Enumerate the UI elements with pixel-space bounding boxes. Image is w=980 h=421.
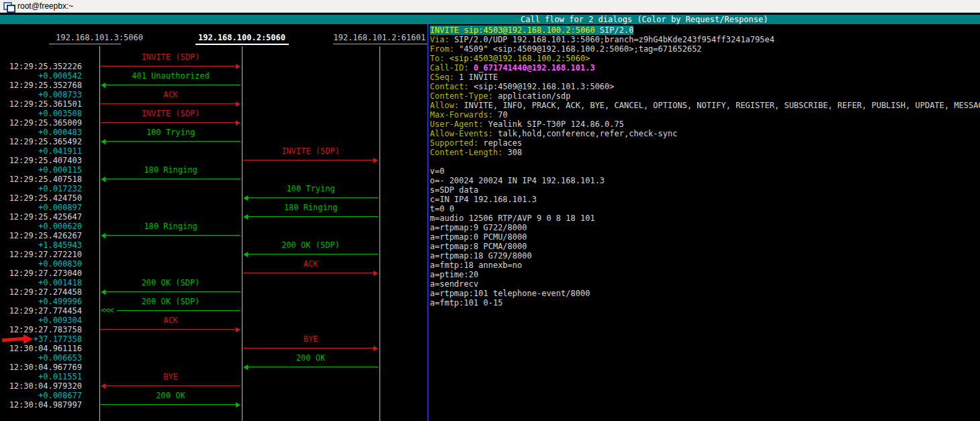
sip-line: t=0 0: [430, 204, 454, 214]
retransmission-marker: <<<: [101, 306, 114, 315]
flow-message-arrow: [243, 269, 378, 278]
flow-message-arrow: [243, 193, 378, 203]
sip-line: Contact: <sip:4509@192.168.101.3:5060>: [430, 82, 615, 91]
arrowhead-icon: [101, 383, 105, 389]
time-delta: +0.000620: [0, 222, 82, 231]
flow-message-label[interactable]: BYE: [243, 334, 378, 344]
message-timestamp: 12:29:27.273040: [0, 269, 82, 278]
sip-line: User-Agent: Yealink SIP-T30P 124.86.0.75: [430, 120, 624, 129]
flow-message-label[interactable]: 200 OK (SDP): [101, 297, 240, 306]
sip-line: Supported: replaces: [430, 138, 522, 148]
flow-message-label[interactable]: ACK: [101, 90, 240, 99]
flow-message-label[interactable]: INVITE (SDP): [101, 109, 240, 118]
flow-message-label[interactable]: INVITE (SDP): [243, 146, 378, 156]
sip-line: Allow: INVITE, INFO, PRACK, ACK, BYE, CA…: [430, 101, 980, 110]
terminal-screen[interactable]: Call flow for 2 dialogs (Color by Reques…: [0, 13, 980, 421]
flow-message-label[interactable]: ACK: [101, 316, 240, 325]
message-timestamp: 12:29:25.407518: [0, 175, 82, 184]
sip-line: a=rtpmap:18 G729/8000: [430, 251, 532, 261]
flow-message-label[interactable]: INVITE (SDP): [101, 52, 240, 62]
time-delta: +0.000830: [0, 259, 82, 269]
flow-message-label[interactable]: 180 Ringing: [243, 203, 378, 212]
flow-message-arrow: [243, 156, 378, 165]
sip-line: m=audio 12506 RTP/AVP 9 0 8 18 101: [430, 214, 595, 223]
arrowhead-icon: [236, 327, 240, 332]
arrowhead-icon: [101, 289, 105, 295]
sip-line: c=IN IP4 192.168.101.3: [430, 195, 537, 204]
flow-message-label[interactable]: 200 OK: [243, 353, 378, 363]
column-underline-1: [49, 44, 121, 44]
time-delta: +0.041911: [0, 146, 82, 156]
time-delta: +0.003508: [0, 109, 82, 118]
sip-line: a=fmtp:18 annexb=no: [430, 261, 522, 270]
message-timestamp: 12:29:25.407403: [0, 156, 82, 165]
message-timestamp: 12:29:25.352226: [0, 62, 82, 71]
time-delta: +0.000115: [0, 165, 82, 175]
flow-message-label[interactable]: 180 Ringing: [101, 165, 240, 175]
message-timestamp: 12:29:25.365492: [0, 137, 82, 146]
flow-message-label[interactable]: 100 Trying: [243, 184, 378, 193]
message-timestamp: 12:29:25.424750: [0, 193, 82, 203]
putty-icon: [3, 2, 13, 11]
time-delta: +0.000897: [0, 203, 82, 212]
message-timestamp: 12:29:25.365009: [0, 118, 82, 128]
message-timestamp: 12:29:27.274458: [0, 287, 82, 297]
flow-message-label[interactable]: 200 OK (SDP): [243, 240, 378, 250]
flow-message-label[interactable]: BYE: [101, 372, 240, 381]
column-address-2: 192.168.100.2:5060: [198, 33, 285, 42]
flow-message-label[interactable]: ACK: [243, 259, 378, 269]
flow-message-label[interactable]: 401 Unauthorized: [101, 71, 240, 81]
sip-line: Max-Forwards: 70: [430, 110, 508, 120]
sip-line: a=rtpmap:8 PCMA/8000: [430, 242, 527, 251]
column-underline-2: [195, 44, 289, 45]
flow-message-label[interactable]: 200 OK: [101, 391, 240, 400]
arrowhead-icon: [236, 120, 240, 126]
message-timestamp: 12:29:25.426267: [0, 231, 82, 240]
sip-request-line: INVITE sip:4503@192.168.100.2:5060 SIP/2…: [430, 26, 633, 35]
flow-message-label[interactable]: 200 OK (SDP): [101, 278, 240, 287]
flow-message-arrow: [101, 400, 240, 410]
flow-message-label[interactable]: 180 Ringing: [101, 222, 240, 231]
sip-line: v=0: [430, 167, 445, 176]
message-timestamp: 12:29:27.774454: [0, 306, 82, 316]
column-lifeline-2: [242, 46, 242, 421]
flow-message-arrow: [101, 62, 240, 71]
message-timestamp: 12:30:04.979320: [0, 381, 82, 391]
time-delta: +0.011551: [0, 372, 82, 381]
arrowhead-icon: [101, 233, 105, 238]
flow-message-arrow: [101, 231, 240, 240]
time-delta: +1.845943: [0, 240, 82, 250]
message-timestamp: 12:29:27.783758: [0, 325, 82, 334]
time-delta: +0.006653: [0, 353, 82, 363]
arrowhead-icon: [236, 101, 240, 107]
sip-line: a=fmtp:101 0-15: [430, 298, 502, 308]
flow-message-arrow: [243, 250, 378, 259]
arrowhead-icon: [101, 177, 105, 182]
flow-message-arrow: [101, 99, 240, 109]
message-timestamp: 12:29:25.361501: [0, 99, 82, 109]
flow-message-arrow: [243, 344, 378, 353]
flow-message-arrow: [101, 381, 240, 391]
flow-message-arrow: [101, 325, 240, 334]
window-title-bar[interactable]: root@freepbx:~: [0, 0, 980, 13]
sip-line: a=rtpmap:101 telephone-event/8000: [430, 289, 590, 298]
sip-line: CSeq: 1 INVITE: [430, 73, 498, 82]
arrowhead-icon: [101, 139, 105, 144]
message-timestamp: 12:30:04.967769: [0, 363, 82, 372]
sip-line: Call-ID: 0_671741440@192.168.101.3: [430, 63, 595, 73]
time-delta: +0.009304: [0, 316, 82, 325]
sip-line: Content-Type: application/sdp: [430, 91, 571, 101]
sip-line: a=ptime:20: [430, 270, 478, 279]
putty-window: root@freepbx:~ Call flow for 2 dialogs (…: [0, 0, 980, 421]
flow-message-arrow: [101, 287, 240, 297]
arrowhead-icon: [243, 252, 248, 257]
flow-message-arrow: [101, 81, 240, 90]
time-delta: +0.000483: [0, 128, 82, 137]
flow-message-label[interactable]: 100 Trying: [101, 128, 240, 137]
time-delta: +0.008677: [0, 391, 82, 400]
arrowhead-icon: [373, 271, 378, 276]
annotation-red-arrow-head: [24, 334, 33, 344]
flow-message-arrow: <<<: [101, 306, 240, 316]
time-delta: +0.008733: [0, 90, 82, 99]
sip-line: From: "4509" <sip:4509@192.168.100.2:506…: [430, 44, 702, 54]
